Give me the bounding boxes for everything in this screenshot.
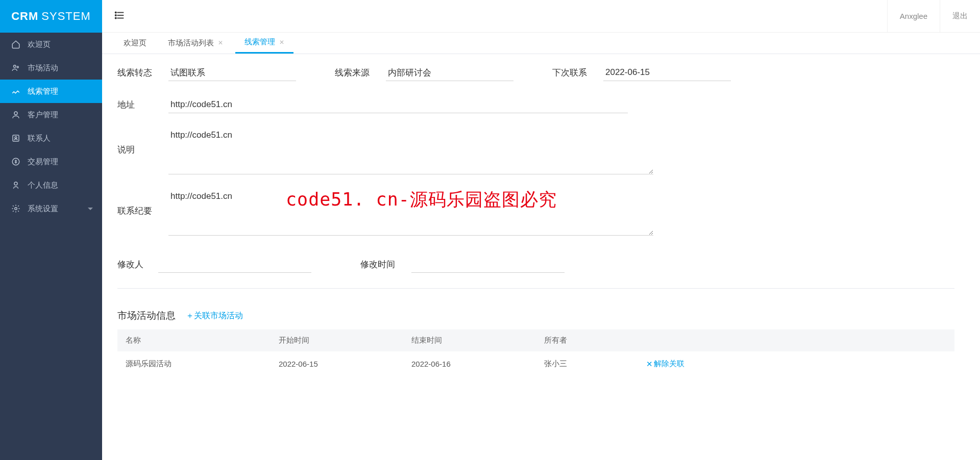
lead-source-input[interactable] <box>386 64 513 81</box>
svg-point-4 <box>15 137 17 139</box>
logo: CRM SYSTEM <box>0 0 102 33</box>
nav-leads[interactable]: 线索管理 <box>0 80 102 103</box>
svg-point-13 <box>115 17 116 18</box>
next-contact-label: 下次联系 <box>552 67 603 79</box>
desc-label: 说明 <box>117 129 168 156</box>
divider <box>117 288 954 289</box>
gear-icon <box>11 204 20 213</box>
address-input[interactable] <box>168 96 628 113</box>
unlink-button[interactable]: ✕解除关联 <box>646 359 684 369</box>
nav-trade[interactable]: 交易管理 <box>0 150 102 173</box>
header-right: Anxglee 退出 <box>887 0 980 32</box>
col-start: 开始时间 <box>271 329 403 352</box>
cell-start: 2022-06-15 <box>271 352 403 376</box>
lead-icon <box>11 87 20 96</box>
unlink-label: 解除关联 <box>654 359 684 369</box>
svg-point-12 <box>115 15 116 16</box>
activity-table: 名称 开始时间 结束时间 所有者 源码乐园活动 2022-06-15 2022-… <box>117 329 954 376</box>
nav-label: 线索管理 <box>28 87 58 96</box>
nav-label: 市场活动 <box>28 63 58 73</box>
menu-icon <box>114 10 126 21</box>
close-icon[interactable]: ✕ <box>279 39 284 46</box>
nav-label: 欢迎页 <box>28 40 51 49</box>
next-contact-input[interactable] <box>603 64 731 81</box>
lead-source-label: 线索来源 <box>335 67 386 79</box>
link-activity-button[interactable]: ＋关联市场活动 <box>186 311 243 321</box>
tab-label: 线索管理 <box>244 37 275 47</box>
cell-name: 源码乐园活动 <box>117 352 271 376</box>
logout-button[interactable]: 退出 <box>940 0 980 32</box>
tab-label: 欢迎页 <box>124 38 146 48</box>
editor-label: 修改人 <box>117 259 158 270</box>
table-row: 源码乐园活动 2022-06-15 2022-06-16 张小三 ✕解除关联 <box>117 352 954 376</box>
svg-point-7 <box>15 208 17 210</box>
activity-section-title: 市场活动信息 <box>117 309 176 322</box>
col-action <box>638 329 954 352</box>
tab-leads[interactable]: 线索管理 ✕ <box>235 32 293 54</box>
nav-welcome[interactable]: 欢迎页 <box>0 33 102 56</box>
sidebar: CRM SYSTEM 欢迎页 市场活动 线索管理 客户管理 联系人 交易管理 <box>0 0 102 460</box>
cell-end: 2022-06-16 <box>403 352 536 376</box>
nav-profile[interactable]: 个人信息 <box>0 173 102 197</box>
user-menu[interactable]: Anxglee <box>887 0 940 32</box>
nav-label: 交易管理 <box>28 157 58 167</box>
nav: 欢迎页 市场活动 线索管理 客户管理 联系人 交易管理 个人信息 <box>0 33 102 220</box>
editor-input[interactable] <box>158 256 311 273</box>
tab-market-list[interactable]: 市场活动列表 ✕ <box>159 32 232 54</box>
tabs: 欢迎页 市场活动列表 ✕ 线索管理 ✕ <box>102 33 980 54</box>
user-icon <box>11 110 20 119</box>
nav-settings[interactable]: 系统设置 <box>0 197 102 220</box>
home-icon <box>11 40 20 49</box>
desc-textarea[interactable] <box>168 129 653 174</box>
logo-light: SYSTEM <box>41 10 90 23</box>
header: Anxglee 退出 <box>102 0 980 33</box>
trade-icon <box>11 157 20 166</box>
lead-state-label: 线索转态 <box>117 67 168 79</box>
svg-point-1 <box>17 66 18 68</box>
svg-point-2 <box>14 112 17 115</box>
close-icon: ✕ <box>646 360 653 369</box>
content[interactable]: 线索转态 线索来源 下次联系 地址 说明 联系纪要 修改人 <box>102 54 970 460</box>
svg-point-0 <box>14 65 16 68</box>
people-icon <box>11 63 20 72</box>
sidebar-toggle[interactable] <box>114 10 126 22</box>
tab-welcome[interactable]: 欢迎页 <box>114 32 156 54</box>
nav-contacts[interactable]: 联系人 <box>0 126 102 150</box>
nav-customers[interactable]: 客户管理 <box>0 103 102 126</box>
cell-owner: 张小三 <box>536 352 638 376</box>
nav-market[interactable]: 市场活动 <box>0 56 102 80</box>
address-label: 地址 <box>117 99 168 111</box>
edit-time-input[interactable] <box>411 256 565 273</box>
contact-notes-label: 联系纪要 <box>117 190 168 217</box>
logo-bold: CRM <box>11 10 38 23</box>
lead-state-input[interactable] <box>168 64 296 81</box>
col-name: 名称 <box>117 329 271 352</box>
table-header-row: 名称 开始时间 结束时间 所有者 <box>117 329 954 352</box>
contact-icon <box>11 134 20 143</box>
tab-label: 市场活动列表 <box>168 38 214 48</box>
profile-icon <box>11 181 20 190</box>
svg-point-11 <box>115 12 116 13</box>
col-end: 结束时间 <box>403 329 536 352</box>
edit-time-label: 修改时间 <box>360 259 411 270</box>
chevron-down-icon <box>88 208 93 210</box>
nav-label: 客户管理 <box>28 110 58 120</box>
nav-label: 联系人 <box>28 134 51 143</box>
col-owner: 所有者 <box>536 329 638 352</box>
contact-notes-textarea[interactable] <box>168 190 653 236</box>
nav-label: 个人信息 <box>28 181 58 190</box>
nav-label: 系统设置 <box>28 204 58 214</box>
svg-point-6 <box>14 182 17 185</box>
close-icon[interactable]: ✕ <box>218 39 223 46</box>
